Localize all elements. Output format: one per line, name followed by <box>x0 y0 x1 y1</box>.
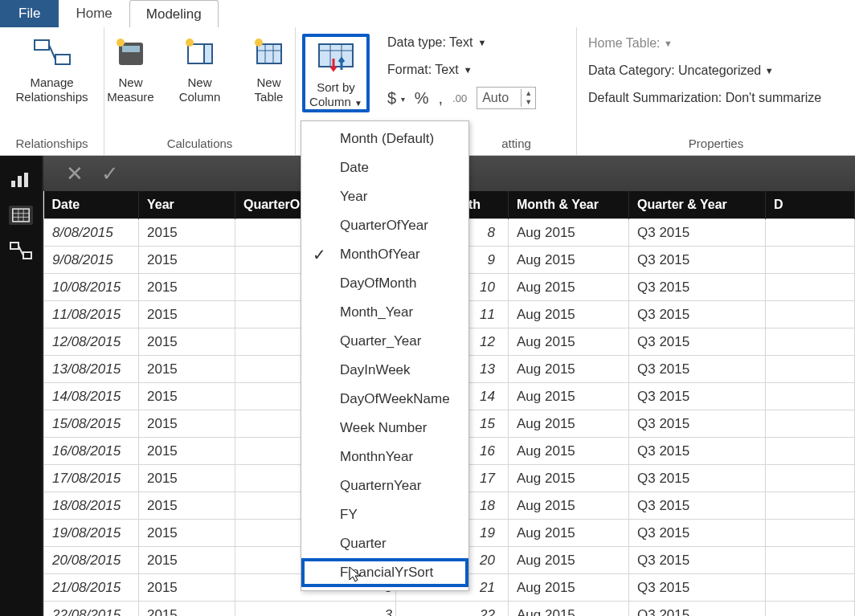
decimal-icon[interactable]: .00 <box>452 92 467 104</box>
percent-button[interactable]: % <box>415 89 429 108</box>
column-header[interactable]: Month & Year <box>509 191 629 219</box>
sort-menu-item[interactable]: Quarter <box>301 529 468 558</box>
sort-menu-item[interactable]: QuarterOfYear <box>301 211 468 240</box>
column-icon <box>181 34 219 72</box>
svg-rect-27 <box>23 252 31 259</box>
measure-icon <box>112 34 150 72</box>
table-row[interactable]: 22/08/20152015322Aug 2015Q3 2015 <box>44 602 855 617</box>
sort-menu-item[interactable]: FinancialYrSort <box>301 558 468 587</box>
home-table-dropdown[interactable]: Home Table: ▼ <box>588 32 844 55</box>
sort-menu-item[interactable]: QuarternYear <box>301 471 468 500</box>
table-icon <box>250 34 288 72</box>
report-view-icon[interactable] <box>9 170 33 190</box>
tab-bar: File Home Modeling <box>0 0 855 27</box>
svg-rect-7 <box>204 44 212 63</box>
manage-relationships-button[interactable]: Manage Relationships <box>8 34 96 104</box>
manage-relationships-label: Manage Relationships <box>15 75 88 104</box>
svg-rect-18 <box>11 181 15 187</box>
ribbon-group-calculations: New Measure New Column New Table Calcula… <box>104 27 296 155</box>
svg-rect-9 <box>257 44 281 63</box>
sort-menu-item[interactable]: MonthnYear <box>301 443 468 471</box>
format-dropdown[interactable]: Format: Text ▼ <box>387 59 565 80</box>
new-table-button[interactable]: New Table <box>239 34 300 104</box>
sort-menu-item[interactable]: DayOfMonth <box>301 269 468 298</box>
svg-rect-0 <box>35 40 49 50</box>
svg-point-8 <box>186 39 194 47</box>
view-sidebar <box>0 156 43 616</box>
sort-menu-item[interactable]: Quarter_Year <box>301 327 468 356</box>
new-column-label: New Column <box>179 75 221 104</box>
decimal-places-spinner[interactable]: Auto ▲▼ <box>477 87 536 109</box>
relationships-icon <box>33 34 72 72</box>
group-title-relationships: Relationships <box>15 133 88 155</box>
sort-menu-item[interactable]: Year <box>301 182 468 211</box>
svg-rect-4 <box>122 46 140 52</box>
tab-modeling[interactable]: Modeling <box>129 0 219 27</box>
svg-line-2 <box>49 45 55 59</box>
sort-menu-item[interactable]: MonthOfYear <box>301 240 468 269</box>
sort-menu-item[interactable]: Month (Default) <box>301 124 468 153</box>
svg-rect-20 <box>24 173 28 187</box>
sort-menu-item[interactable]: Date <box>301 153 468 182</box>
new-measure-button[interactable]: New Measure <box>100 34 162 104</box>
column-header[interactable]: D <box>766 191 855 219</box>
thousands-button[interactable]: , <box>438 89 443 108</box>
new-measure-label: New Measure <box>107 75 153 104</box>
svg-point-13 <box>255 39 263 47</box>
tab-home[interactable]: Home <box>59 0 129 27</box>
model-view-icon[interactable] <box>9 241 33 260</box>
group-title-calculations: Calculations <box>167 133 233 155</box>
formula-cancel-icon[interactable]: ✕ <box>66 161 84 186</box>
sort-menu-item[interactable]: DayInWeek <box>301 356 468 385</box>
sort-menu-item[interactable]: FY <box>301 500 468 529</box>
sort-menu-item[interactable]: Week Number <box>301 414 468 443</box>
new-table-label: New Table <box>255 75 284 104</box>
svg-rect-14 <box>319 44 353 67</box>
sort-by-column-button[interactable]: Sort by Column ▼ <box>302 34 370 112</box>
svg-rect-19 <box>18 176 22 187</box>
ribbon-group-properties: Home Table: ▼ Data Category: Uncategoriz… <box>577 27 855 155</box>
group-title-properties: Properties <box>588 133 844 155</box>
currency-button[interactable]: $ ▾ <box>387 89 405 108</box>
svg-point-5 <box>117 39 125 47</box>
data-view-icon[interactable] <box>9 206 33 225</box>
new-column-button[interactable]: New Column <box>170 34 231 104</box>
cursor-icon <box>348 565 362 587</box>
default-summarization-dropdown[interactable]: Default Summarization: Don't summarize <box>588 87 844 109</box>
svg-line-28 <box>18 246 23 255</box>
sort-icon <box>317 39 355 77</box>
ribbon-group-relationships: Manage Relationships Relationships <box>0 27 104 155</box>
column-header[interactable]: Year <box>139 191 235 219</box>
svg-rect-26 <box>10 243 18 249</box>
svg-rect-21 <box>13 209 29 222</box>
sort-by-column-menu: Month (Default)DateYearQuarterOfYearMont… <box>301 120 469 591</box>
data-type-dropdown[interactable]: Data type: Text ▼ <box>387 32 565 53</box>
sort-by-column-label: Sort by Column ▼ <box>309 80 362 109</box>
data-category-dropdown[interactable]: Data Category: Uncategorized ▼ <box>588 59 844 82</box>
column-header[interactable]: Date <box>44 191 139 219</box>
tab-file[interactable]: File <box>0 0 59 27</box>
sort-menu-item[interactable]: DayOfWeekName <box>301 385 468 414</box>
formula-commit-icon[interactable]: ✓ <box>101 161 119 186</box>
column-header[interactable]: Quarter & Year <box>629 191 766 219</box>
svg-rect-1 <box>55 55 70 64</box>
sort-menu-item[interactable]: Month_Year <box>301 298 468 327</box>
